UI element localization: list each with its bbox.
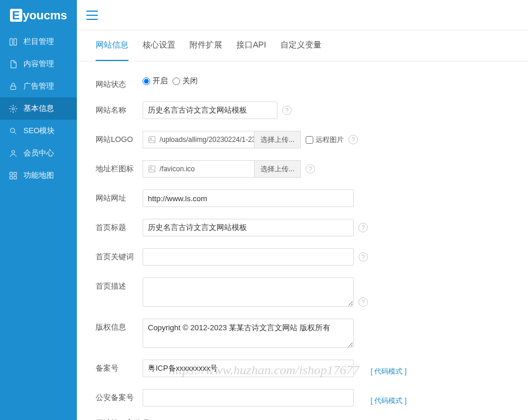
label-desc: 首页描述 [96, 277, 143, 292]
svg-rect-8 [149, 137, 155, 143]
label-police: 公安备案号 [96, 389, 143, 403]
code-mode-link[interactable]: [ 代码模式 ] [371, 396, 407, 406]
tab-attachment[interactable]: 附件扩展 [189, 31, 222, 61]
sidebar-item-ads[interactable]: 广告管理 [0, 75, 77, 97]
label-favicon: 地址栏图标 [96, 160, 143, 174]
sidebar-item-label: 会员中心 [23, 148, 54, 158]
police-input[interactable] [143, 389, 354, 407]
remote-image-checkbox[interactable]: 远程图片 [306, 135, 344, 145]
svg-point-1 [12, 107, 14, 110]
sidebar-item-member[interactable]: 会员中心 [0, 142, 77, 164]
svg-rect-6 [9, 176, 12, 178]
help-icon[interactable]: ? [358, 223, 368, 232]
columns-icon [8, 37, 18, 46]
keywords-input[interactable] [143, 248, 354, 266]
logo-upload-button[interactable]: 选择上传... [254, 131, 301, 148]
favicon-path-display: /favicon.ico [143, 160, 254, 178]
user-icon [8, 148, 18, 158]
sidebar-item-columns[interactable]: 栏目管理 [0, 31, 77, 53]
help-icon[interactable]: ? [348, 135, 358, 144]
svg-rect-10 [149, 166, 155, 172]
label-home-title: 首页标题 [96, 219, 143, 233]
label-icp: 备案号 [96, 360, 143, 374]
svg-rect-0 [11, 86, 16, 89]
sidebar-item-label: 栏目管理 [23, 36, 54, 47]
logo: Eyoucms [0, 0, 77, 31]
menu-toggle-icon[interactable] [86, 11, 98, 20]
svg-rect-5 [13, 172, 16, 174]
favicon-upload-button[interactable]: 选择上传... [254, 160, 301, 178]
home-title-input[interactable] [143, 219, 354, 236]
label-keywords: 首页关键词 [96, 248, 143, 262]
svg-point-3 [12, 150, 15, 153]
label-copyright: 版权信息 [96, 319, 143, 333]
lock-icon [8, 82, 18, 91]
main: 网站信息 核心设置 附件扩展 接口API 自定义变量 网站状态 开启 关闭 网站… [77, 0, 528, 420]
sidebar-item-basic-info[interactable]: 基本信息 [0, 97, 77, 120]
search-icon [8, 126, 18, 136]
icp-input[interactable] [143, 360, 354, 377]
sidebar-item-seo[interactable]: SEO模块 [0, 120, 77, 142]
copyright-textarea[interactable]: Copyright © 2012-2023 某某古诗文言文网站 版权所有 [143, 319, 354, 348]
label-name: 网站名称 [96, 101, 143, 116]
logo-path-display: /uploads/allimg/20230224/1-230224J11 [143, 131, 254, 148]
label-status: 网站状态 [96, 76, 143, 90]
grid-icon [8, 171, 18, 180]
brand-text: Eyoucms [10, 9, 67, 22]
svg-point-2 [10, 128, 15, 133]
label-logo: 网站LOGO [96, 131, 143, 145]
tab-site-info[interactable]: 网站信息 [96, 31, 128, 61]
svg-rect-4 [9, 172, 12, 174]
sidebar: Eyoucms 栏目管理 内容管理 广告管理 基本信息 SEO模块 [0, 0, 77, 420]
topbar [77, 0, 528, 31]
radio-status-off[interactable]: 关闭 [172, 76, 198, 86]
site-url-input[interactable] [143, 189, 354, 207]
form-area: 网站状态 开启 关闭 网站名称 ? 网站LOGO [77, 62, 528, 420]
sidebar-item-label: 内容管理 [23, 59, 54, 69]
sidebar-item-label: 广告管理 [23, 81, 54, 92]
label-url: 网站网址 [96, 189, 143, 204]
sidebar-item-label: 功能地图 [23, 170, 54, 181]
tab-api[interactable]: 接口API [236, 31, 266, 61]
svg-rect-7 [13, 176, 16, 178]
tab-custom-var[interactable]: 自定义变量 [280, 31, 321, 61]
sidebar-item-label: 基本信息 [23, 103, 54, 114]
tab-core[interactable]: 核心设置 [143, 31, 175, 61]
radio-status-on[interactable]: 开启 [143, 76, 168, 86]
help-icon[interactable]: ? [358, 252, 368, 262]
site-name-input[interactable] [143, 101, 277, 119]
code-mode-link[interactable]: [ 代码模式 ] [371, 367, 407, 377]
desc-textarea[interactable] [143, 277, 354, 307]
sidebar-item-label: SEO模块 [23, 126, 55, 136]
help-icon[interactable]: ? [282, 106, 292, 115]
file-icon [8, 59, 18, 69]
sidebar-item-content[interactable]: 内容管理 [0, 53, 77, 75]
image-icon [148, 165, 156, 173]
sidebar-item-sitemap[interactable]: 功能地图 [0, 164, 77, 187]
tabs: 网站信息 核心设置 附件扩展 接口API 自定义变量 [77, 31, 528, 62]
image-icon [148, 136, 156, 144]
svg-point-9 [150, 138, 151, 139]
help-icon[interactable]: ? [358, 297, 368, 307]
help-icon[interactable]: ? [306, 164, 315, 174]
svg-point-11 [150, 167, 151, 168]
gear-icon [8, 104, 18, 113]
